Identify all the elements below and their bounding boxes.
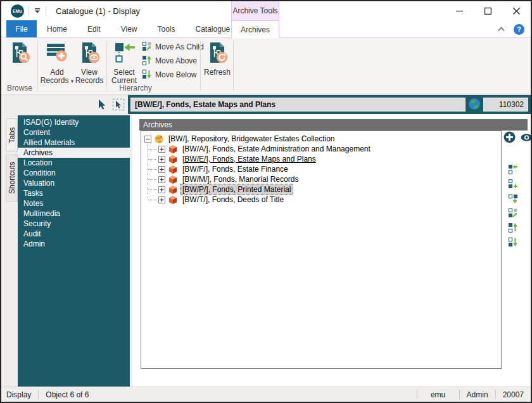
group-label-hierarchy: Hierarchy [39,84,232,93]
tree-label-fonds-selected[interactable]: [BW/P/], Fonds, Printed Material [180,184,293,195]
expand-expander-icon[interactable] [158,186,165,193]
group-label-browse: Browse [3,84,37,93]
add-node-icon[interactable] [504,131,516,145]
side-strip-tabs[interactable]: Tabs [6,118,18,151]
tab-view[interactable]: View [111,20,148,37]
record-summary-bar: [BW/E/], Fonds, Estate Maps and Plans 11… [128,95,531,114]
fonds-icon [168,144,178,154]
add-sibling-icon[interactable] [508,193,518,203]
titlebar-divider [46,6,46,16]
tab-tools[interactable]: Tools [148,20,186,37]
move-above-icon [142,55,152,67]
sidebar-item-allied-materials[interactable]: Allied Materials [18,138,130,148]
ribbon-tab-bar: File Home Edit View Tools Catalogue Arch… [1,20,531,38]
sidebar-item-tasks[interactable]: Tasks [18,188,130,198]
minimize-button[interactable] [445,1,474,20]
window-title: Catalogue (1) - Display [56,6,140,16]
record-summary-field: [BW/E/], Fonds, Estate Maps and Plans [130,98,466,112]
sidebar-item-content[interactable]: Content [18,127,130,138]
sidebar-item-multimedia[interactable]: Multimedia [18,208,130,219]
move-as-child-small-icon[interactable] [508,208,518,218]
browse-icon [8,41,31,66]
sidebar-item-location[interactable]: Location [18,158,130,168]
body-area: Tabs Shortcuts ISAD(G) Identity Content … [1,114,531,387]
expand-expander-icon[interactable] [158,196,165,203]
sidebar-item-archives[interactable]: Archives [18,148,130,158]
quick-access-dropdown-icon[interactable] [34,7,41,15]
view-records-icon [78,41,101,66]
tree-label-fonds-current[interactable]: [BW/E/], Fonds, Estate Maps and Plans [180,154,318,164]
move-below-icon [142,69,152,81]
status-user: Admin [460,390,495,399]
tree-tool-column [504,131,532,145]
ribbon-group-divider [233,41,234,91]
help-icon[interactable]: ? [514,24,524,35]
add-records-button[interactable]: Add Records ▾ [41,40,73,87]
select-current-small-icon[interactable] [508,164,518,174]
emu-logo-icon[interactable]: EMu [11,4,24,18]
close-button[interactable] [502,1,531,20]
side-strip-shortcuts[interactable]: Shortcuts [6,155,18,202]
collapse-ribbon-icon[interactable] [498,25,505,34]
refresh-button[interactable]: Refresh [203,40,232,87]
tree-row-fonds[interactable]: [BW/P/], Fonds, Printed Material [141,184,501,195]
sidebar-item-admin[interactable]: Admin [18,239,130,249]
maximize-button[interactable] [474,1,502,20]
pointer-cursor-icon[interactable] [96,99,107,113]
collapse-expander-icon[interactable] [144,136,151,143]
view-records-label: View [81,68,98,77]
add-child-icon[interactable] [508,179,518,189]
fonds-icon [168,174,178,184]
tab-home[interactable]: Home [37,20,77,37]
move-above-small-icon[interactable] [508,222,518,233]
tab-file[interactable]: File [6,20,37,37]
sidebar-item-valuation[interactable]: Valuation [18,178,130,188]
sidebar-item-security[interactable]: Security [18,219,130,229]
tree-label-fonds[interactable]: [BW/T/], Fonds, Deeds of Title [180,195,286,205]
tree-row-fonds[interactable]: [BW/E/], Fonds, Estate Maps and Plans [141,154,501,164]
select-current-icon [113,41,136,66]
status-record-position: Object 6 of 6 [39,390,96,399]
sidebar-item-audit[interactable]: Audit [18,229,130,239]
expand-expander-icon[interactable] [158,176,165,183]
tree-row-fonds[interactable]: [BW/A/], Fonds, Estate Administration an… [141,144,501,154]
app-window: EMu Catalogue (1) - Display Archive Tool… [0,0,532,403]
browse-button[interactable] [6,40,34,87]
select-current-button[interactable]: Select Current [109,40,139,87]
fonds-icon [168,154,178,164]
move-below-button[interactable]: Move Below [142,69,196,80]
move-above-label: Move Above [155,56,197,65]
tree-row-fonds[interactable]: [BW/F/], Fonds, Estate Finance [141,164,501,174]
expand-expander-icon[interactable] [158,156,165,163]
move-above-button[interactable]: Move Above [142,55,197,67]
add-records-icon [46,41,68,66]
move-as-child-label: Move As Child [155,42,204,51]
titlebar-divider [28,6,29,16]
select-region-cursor-icon[interactable] [112,98,125,113]
tree-label-fonds[interactable]: [BW/F/], Fonds, Estate Finance [180,164,290,174]
tree-label-repository[interactable]: [BW/], Repository, Bridgewater Estates C… [167,134,337,144]
tab-edit[interactable]: Edit [77,20,111,37]
tree-label-fonds[interactable]: [BW/A/], Fonds, Estate Administration an… [180,144,372,154]
expand-expander-icon[interactable] [158,166,165,173]
fonds-icon [168,195,178,205]
tree-row-fonds[interactable]: [BW/M/], Fonds, Manorial Records [141,174,501,184]
move-as-child-icon [142,41,152,53]
tree-label-fonds[interactable]: [BW/M/], Fonds, Manorial Records [180,174,300,184]
fonds-icon [168,184,178,195]
view-node-icon[interactable] [521,133,532,144]
select-current-label: Select [113,68,134,77]
sidebar-item-notes[interactable]: Notes [18,198,130,208]
sidebar-item-condition[interactable]: Condition [18,168,130,178]
move-as-child-button[interactable]: Move As Child [142,41,204,53]
view-records-button[interactable]: View Records [73,40,106,87]
tree-row-fonds[interactable]: [BW/T/], Fonds, Deeds of Title [141,195,501,205]
tab-archives[interactable]: Archives [231,20,279,38]
add-records-label: Add [50,68,63,77]
tree-row-repository[interactable]: [BW/], Repository, Bridgewater Estates C… [141,134,501,144]
sidebar-item-isadg-identity[interactable]: ISAD(G) Identity [18,117,130,127]
ribbon-group-divider [37,41,38,91]
status-mode: Display [1,390,38,399]
move-below-small-icon[interactable] [508,237,518,247]
expand-expander-icon[interactable] [158,146,165,153]
